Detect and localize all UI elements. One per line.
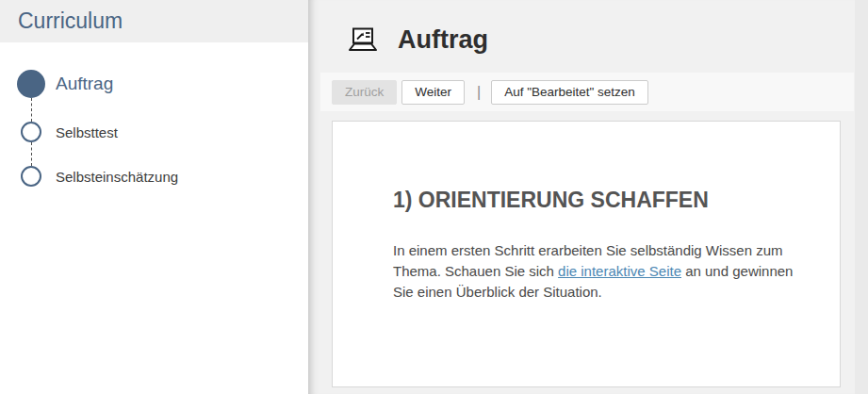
interactive-page-link[interactable]: die interaktive Seite <box>558 263 681 279</box>
content-paragraph: In einem ersten Schritt erarbeiten Sie s… <box>393 240 800 303</box>
app-window: Curriculum Auftrag Selbsttest <box>0 0 868 394</box>
sidebar-step-selbsttest[interactable]: Selbsttest <box>17 122 308 142</box>
main-content-area: Auftrag Zurück Weiter | Auf "Bearbeitet"… <box>308 0 868 394</box>
navigation-toolbar: Zurück Weiter | Auf "Bearbeitet" setzen <box>320 73 854 111</box>
step-connector-line <box>31 98 32 122</box>
set-edited-button[interactable]: Auf "Bearbeitet" setzen <box>491 80 648 105</box>
curriculum-sidebar: Curriculum Auftrag Selbsttest <box>0 0 308 394</box>
step-connector-line <box>31 142 32 166</box>
learning-module-icon <box>348 27 378 53</box>
next-button[interactable]: Weiter <box>401 80 465 105</box>
content-heading: 1) ORIENTIERUNG SCHAFFEN <box>393 188 840 213</box>
scrollbar-track[interactable] <box>855 0 868 394</box>
curriculum-steps: Auftrag Selbsttest Selbsteinschätzung <box>0 42 308 187</box>
page-title: Auftrag <box>398 25 488 55</box>
sidebar-title: Curriculum <box>0 0 308 42</box>
step-pending-circle-icon <box>21 122 41 142</box>
step-pending-circle-icon <box>21 166 41 187</box>
step-label: Auftrag <box>56 74 113 94</box>
step-label: Selbsteinschätzung <box>56 169 178 185</box>
sidebar-step-auftrag[interactable]: Auftrag <box>17 70 308 98</box>
step-bullet-slot <box>17 166 45 187</box>
step-bullet-slot <box>17 122 45 142</box>
toolbar-separator: | <box>477 84 481 101</box>
page-header: Auftrag <box>308 0 868 55</box>
step-bullet-slot <box>17 70 45 98</box>
step-label: Selbsttest <box>56 124 118 140</box>
back-button[interactable]: Zurück <box>332 80 397 105</box>
lesson-content-panel: 1) ORIENTIERUNG SCHAFFEN In einem ersten… <box>332 121 841 387</box>
sidebar-step-selbsteinschaetzung[interactable]: Selbsteinschätzung <box>17 166 308 187</box>
step-active-circle-icon <box>17 70 45 98</box>
